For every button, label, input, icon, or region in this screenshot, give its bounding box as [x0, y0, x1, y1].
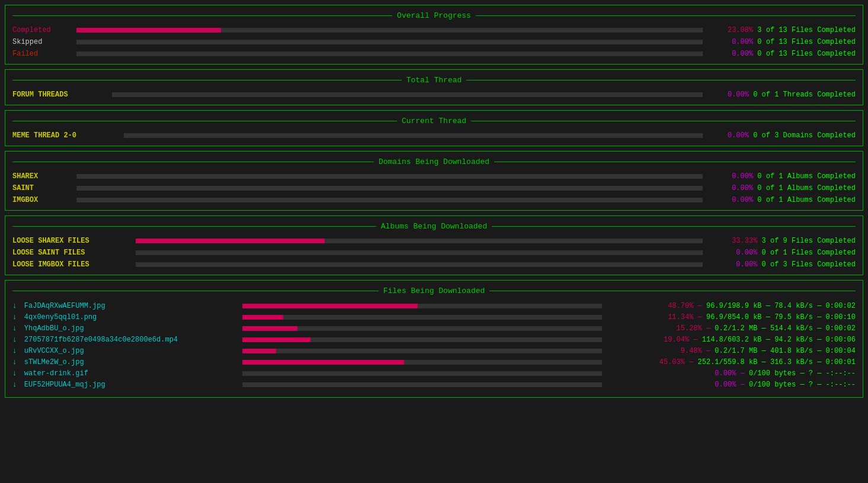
file-progress-row: ↓water-drink.gif0.00% — 0/100 bytes — ? … [12, 369, 856, 378]
file-stats: 15.28% — 0.2/1.2 MB — 514.4 kB/s — 0:00:… [607, 324, 856, 333]
file-stats: 48.70% — 96.9/198.9 kB — 78.4 kB/s — 0:0… [607, 302, 856, 310]
file-download-icon: ↓ [12, 335, 17, 344]
file-progress-row: ↓uRvVCCXX_o.jpg9.48% — 0.2/1.7 MB — 401.… [12, 346, 856, 355]
files-section: Files Being Downloaded ↓FaJDAqRXwAEFUMM.… [5, 280, 863, 398]
file-progress-bar-fill [242, 337, 311, 342]
files-title: Files Being Downloaded [12, 286, 856, 295]
overall-progress-rows: Completed23.08% 3 of 13 Files CompletedS… [12, 26, 856, 58]
file-name-label: EUF52HPUUA4_mqj.jpg [24, 381, 238, 389]
progress-info: 23.08% 3 of 13 Files Completed [707, 26, 856, 34]
file-download-icon: ↓ [12, 358, 17, 366]
progress-bar-container [124, 133, 703, 138]
progress-bar-container [76, 174, 703, 179]
progress-info: 0.00% 0 of 1 Files Completed [707, 249, 856, 257]
progress-row: LOOSE SAINT FILES0.00% 0 of 1 Files Comp… [12, 249, 856, 257]
file-progress-row: ↓YhqAdbBU_o.jpg15.28% — 0.2/1.2 MB — 514… [12, 324, 856, 333]
file-name-label: 27057871fb6287e0498a34c0e2800e6d.mp4 [24, 336, 238, 344]
progress-row: Completed23.08% 3 of 13 Files Completed [12, 26, 856, 34]
domains-title: Domains Being Downloaded [12, 157, 856, 166]
file-progress-row: ↓FaJDAqRXwAEFUMM.jpg48.70% — 96.9/198.9 … [12, 301, 856, 310]
file-download-icon: ↓ [12, 369, 17, 378]
file-stats: 11.34% — 96.9/854.0 kB — 79.5 kB/s — 0:0… [607, 313, 856, 321]
progress-label: Failed [12, 50, 72, 58]
file-progress-bar-fill [242, 326, 297, 331]
file-name-label: sTWLMe2W_o.jpg [24, 358, 238, 366]
file-stats: 19.04% — 114.8/603.2 kB — 94.2 kB/s — 0:… [607, 336, 856, 344]
file-download-icon: ↓ [12, 324, 17, 333]
file-progress-row: ↓4qx0eny5qql01.png11.34% — 96.9/854.0 kB… [12, 313, 856, 321]
progress-label: FORUM THREADS [12, 91, 107, 99]
progress-info: 0.00% 0 of 3 Domains Completed [707, 131, 856, 140]
file-progress-bar-fill [242, 349, 277, 353]
file-progress-bar-container [242, 304, 602, 308]
progress-bar-container [136, 239, 703, 243]
file-progress-bar-fill [242, 304, 418, 308]
progress-bar-container [136, 262, 703, 267]
overall-progress-title: Overall Progress [12, 11, 856, 20]
progress-bar-container [76, 198, 703, 202]
albums-title: Albums Being Downloaded [12, 222, 856, 231]
progress-bar-container [76, 186, 703, 191]
file-stats: 0.00% — 0/100 bytes — ? — -:--:-- [607, 381, 856, 389]
progress-row: LOOSE IMGBOX FILES0.00% 0 of 3 Files Com… [12, 260, 856, 269]
file-download-icon: ↓ [12, 313, 17, 321]
progress-row: IMGBOX0.00% 0 of 1 Albums Completed [12, 196, 856, 204]
progress-bar-container [76, 28, 703, 33]
progress-label: LOOSE SAINT FILES [12, 249, 131, 257]
progress-row: Skipped0.00% 0 of 13 Files Completed [12, 38, 856, 46]
progress-row: LOOSE SHAREX FILES33.33% 3 of 9 Files Co… [12, 237, 856, 245]
file-progress-bar-container [242, 349, 602, 353]
file-progress-row: ↓sTWLMe2W_o.jpg45.03% — 252.1/559.8 kB —… [12, 358, 856, 366]
progress-info: 0.00% 0 of 1 Threads Completed [707, 91, 856, 99]
file-name-label: FaJDAqRXwAEFUMM.jpg [24, 302, 238, 310]
file-progress-row: ↓27057871fb6287e0498a34c0e2800e6d.mp419.… [12, 335, 856, 344]
progress-info: 0.00% 0 of 3 Files Completed [707, 260, 856, 269]
total-thread-title: Total Thread [12, 76, 856, 85]
file-download-icon: ↓ [12, 380, 17, 389]
current-thread-rows: MEME THREAD 2-00.00% 0 of 3 Domains Comp… [12, 131, 856, 140]
progress-bar-container [76, 40, 703, 44]
progress-info: 0.00% 0 of 1 Albums Completed [707, 172, 856, 181]
file-progress-bar-container [242, 326, 602, 331]
progress-bar-fill [76, 28, 221, 33]
file-name-label: 4qx0eny5qql01.png [24, 313, 238, 321]
file-progress-bar-fill [242, 315, 283, 320]
progress-row: MEME THREAD 2-00.00% 0 of 3 Domains Comp… [12, 131, 856, 140]
progress-info: 0.00% 0 of 1 Albums Completed [707, 196, 856, 204]
progress-bar-fill [136, 239, 325, 243]
file-progress-bar-container [242, 337, 602, 342]
progress-info: 33.33% 3 of 9 Files Completed [707, 237, 856, 245]
progress-label: SHAREX [12, 172, 72, 181]
domains-rows: SHAREX0.00% 0 of 1 Albums CompletedSAINT… [12, 172, 856, 204]
progress-row: SAINT0.00% 0 of 1 Albums Completed [12, 184, 856, 192]
albums-section: Albums Being Downloaded LOOSE SHAREX FIL… [5, 215, 863, 275]
file-name-label: YhqAdbBU_o.jpg [24, 324, 238, 333]
file-stats: 0.00% — 0/100 bytes — ? — -:--:-- [607, 369, 856, 378]
overall-progress-section: Overall Progress Completed23.08% 3 of 13… [5, 5, 863, 65]
file-progress-bar-container [242, 315, 602, 320]
progress-bar-container [76, 51, 703, 56]
progress-label: Completed [12, 26, 72, 34]
current-thread-title: Current Thread [12, 117, 856, 125]
files-rows: ↓FaJDAqRXwAEFUMM.jpg48.70% — 96.9/198.9 … [12, 301, 856, 389]
progress-label: LOOSE IMGBOX FILES [12, 260, 131, 269]
progress-label: MEME THREAD 2-0 [12, 131, 119, 140]
file-stats: 45.03% — 252.1/559.8 kB — 316.3 kB/s — 0… [607, 358, 856, 366]
progress-info: 0.00% 0 of 1 Albums Completed [707, 184, 856, 192]
total-thread-section: Total Thread FORUM THREADS0.00% 0 of 1 T… [5, 69, 863, 105]
progress-bar-container [136, 250, 703, 255]
progress-row: FORUM THREADS0.00% 0 of 1 Threads Comple… [12, 91, 856, 99]
file-progress-row: ↓EUF52HPUUA4_mqj.jpg0.00% — 0/100 bytes … [12, 380, 856, 389]
progress-row: Failed0.00% 0 of 13 Files Completed [12, 50, 856, 58]
progress-info: 0.00% 0 of 13 Files Completed [707, 50, 856, 58]
progress-row: SHAREX0.00% 0 of 1 Albums Completed [12, 172, 856, 181]
file-name-label: uRvVCCXX_o.jpg [24, 347, 238, 355]
file-download-icon: ↓ [12, 301, 17, 310]
file-download-icon: ↓ [12, 346, 17, 355]
domains-section: Domains Being Downloaded SHAREX0.00% 0 o… [5, 151, 863, 211]
progress-label: LOOSE SHAREX FILES [12, 237, 131, 245]
current-thread-section: Current Thread MEME THREAD 2-00.00% 0 of… [5, 110, 863, 146]
progress-bar-container [112, 92, 703, 97]
total-thread-rows: FORUM THREADS0.00% 0 of 1 Threads Comple… [12, 91, 856, 99]
file-stats: 9.48% — 0.2/1.7 MB — 401.8 kB/s — 0:00:0… [607, 347, 856, 355]
